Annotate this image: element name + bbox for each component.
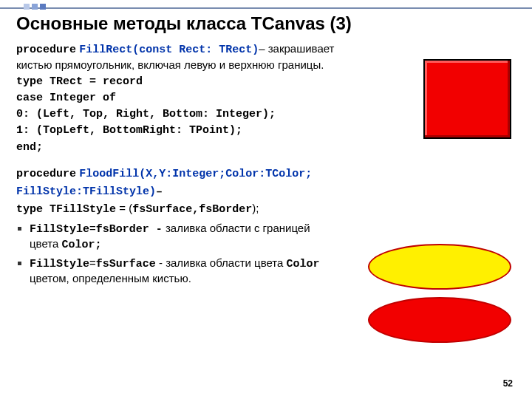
list-item: FillStyle=fsSurface - заливка области цв… — [30, 256, 341, 286]
slide-title: Основные методы класса TCanvas (3) — [16, 13, 352, 34]
square-deco — [40, 4, 46, 10]
illustration-rectangle — [423, 59, 511, 139]
code-line: case Integer of — [16, 91, 341, 106]
illustration-ellipse-yellow — [368, 244, 511, 290]
signature-cont: FillStyle:TFillStyle)– — [16, 183, 341, 200]
illustration-ellipse-red — [368, 297, 511, 343]
square-deco — [32, 4, 38, 10]
code-line: 1: (TopLeft, BottomRight: TPoint); — [16, 123, 341, 138]
code-line: type TFillStyle = (fsSurface,fsBorder); — [16, 201, 341, 217]
slide-body: procedure FillRect(const Rect: TRect)– з… — [16, 41, 341, 289]
bullet-list: FillStyle=fsBorder - заливка области с г… — [16, 221, 341, 286]
signature: FillRect(const Rect: TRect) — [79, 44, 259, 56]
proc-fillrect: procedure FillRect(const Rect: TRect)– з… — [16, 41, 341, 73]
code-line: end; — [16, 140, 341, 155]
signature: FloodFill(X,Y:Integer;Color:TColor; — [79, 168, 312, 180]
square-deco — [24, 4, 30, 10]
code-line: 0: (Left, Top, Right, Bottom: Integer); — [16, 107, 341, 122]
keyword-procedure: procedure — [16, 168, 76, 180]
header-squares — [24, 4, 46, 10]
proc-floodfill: procedure FloodFill(X,Y:Integer;Color:TC… — [16, 166, 341, 182]
list-item: FillStyle=fsBorder - заливка области с г… — [30, 221, 341, 253]
header-rule — [0, 7, 532, 9]
keyword-procedure: procedure — [16, 44, 76, 56]
code-line: type TRect = record — [16, 75, 341, 89]
page-number: 52 — [503, 378, 513, 389]
